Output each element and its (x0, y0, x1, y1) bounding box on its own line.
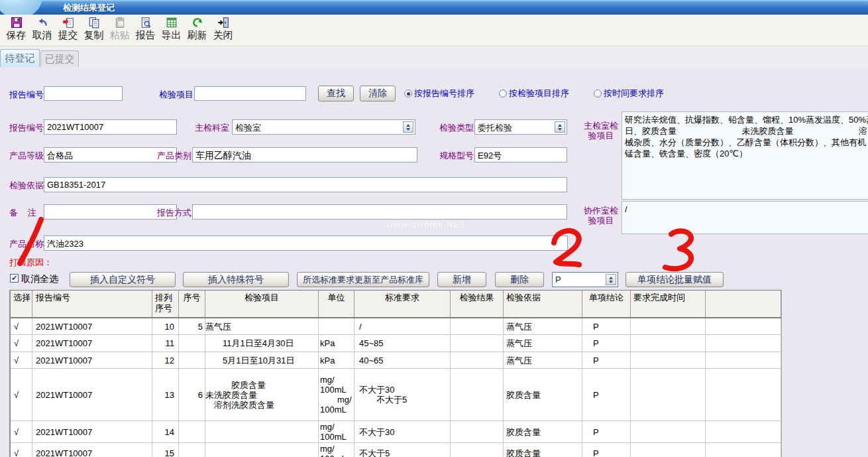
table-cell[interactable]: P (582, 335, 631, 352)
table-cell[interactable]: 45~85 (354, 335, 451, 352)
table-cell[interactable] (451, 369, 504, 421)
column-header[interactable] (706, 291, 781, 317)
table-cell[interactable]: kPa (319, 352, 354, 368)
table-row[interactable]: √2021WT1000711 11月1日至4月30日kPa45~85蒸气压P (11, 335, 781, 352)
batch-assign-button[interactable]: 单项结论批量赋值 (625, 272, 724, 287)
table-cell[interactable]: 蒸气压 (205, 318, 319, 334)
test-basis-input[interactable]: GB18351-2017 (44, 177, 567, 192)
table-cell[interactable]: mg/ 100mL (319, 443, 354, 457)
main-dept-combobox[interactable]: 检验室 (232, 119, 415, 135)
find-button[interactable]: 查找 (318, 86, 354, 101)
column-header[interactable]: 单项结论 (582, 291, 631, 317)
table-cell[interactable]: 40~65 (354, 352, 451, 368)
add-button[interactable]: 新增 (437, 272, 486, 287)
table-cell[interactable]: mg/ 100mL mg/ 100mL (319, 369, 354, 421)
table-cell[interactable]: 10 (152, 318, 179, 334)
table-cell[interactable] (631, 335, 706, 352)
table-cell[interactable]: 2021WT10007 (32, 335, 152, 352)
toolbar-button-save[interactable]: 保存 (3, 15, 29, 45)
table-cell[interactable] (205, 443, 319, 457)
tab-submitted[interactable]: 已提交 (40, 50, 79, 67)
toolbar-button-refresh[interactable]: 刷新 (184, 15, 210, 45)
table-cell[interactable]: 5月1日至10月31日 (205, 352, 319, 368)
table-cell[interactable]: kPa (319, 335, 354, 352)
insert-custom-symbol-button[interactable]: 插入自定义符号 (70, 272, 176, 287)
toolbar-button-submit[interactable]: 提交 (55, 15, 81, 45)
search-item-input[interactable] (194, 86, 306, 101)
column-header[interactable]: 检验项目 (205, 291, 319, 317)
column-header[interactable]: 排列 序号 (152, 291, 179, 317)
main-items-textarea[interactable]: 研究法辛烷值、抗爆指数、铅含量、馏程、10%蒸发温度、50%蒸 日、胶质含量 未… (622, 111, 868, 200)
table-cell[interactable]: 2021WT10007 (32, 352, 152, 368)
sort-by-item-radio[interactable]: 按检验项目排序 (499, 88, 569, 99)
table-cell[interactable] (319, 318, 354, 334)
sort-by-report-no-radio[interactable]: 按报告编号排序 (404, 88, 474, 99)
clear-button[interactable]: 清除 (360, 86, 396, 101)
test-type-combobox[interactable]: 委托检验 (474, 119, 567, 135)
column-header[interactable]: 标准要求 (354, 291, 451, 317)
column-header[interactable]: 选择 (11, 291, 32, 317)
table-cell[interactable]: 14 (152, 421, 179, 442)
conclusion-combobox[interactable]: P (552, 272, 618, 287)
spinner-icon[interactable] (403, 121, 413, 133)
column-header[interactable]: 报告编号 (32, 291, 152, 317)
table-cell[interactable]: mg/ 100mL (319, 421, 354, 442)
row-checkmark[interactable]: √ (11, 443, 32, 457)
table-cell[interactable] (179, 352, 205, 368)
table-cell[interactable]: 蒸气压 (504, 318, 582, 334)
table-cell[interactable]: 胶质含量 未洗胶质含量 溶剂洗胶质含量 (205, 369, 319, 421)
delete-button[interactable]: 删除 (495, 272, 544, 287)
spinner-icon[interactable] (606, 274, 616, 285)
table-cell[interactable] (706, 369, 781, 421)
table-cell[interactable] (179, 443, 205, 457)
table-cell[interactable]: 2021WT10007 (32, 421, 152, 442)
table-cell[interactable]: P (582, 369, 631, 421)
column-header[interactable]: 单位 (319, 291, 354, 317)
table-cell[interactable] (631, 421, 706, 442)
toolbar-button-close[interactable]: 关闭 (210, 15, 236, 45)
table-cell[interactable] (631, 352, 706, 368)
table-cell[interactable] (205, 421, 319, 442)
table-row[interactable]: √2021WT1000715mg/ 100mL不大于5胶质含量P (11, 443, 781, 457)
report-no-input[interactable]: 2021WT10007 (44, 119, 177, 135)
table-cell[interactable]: P (582, 421, 631, 442)
table-cell[interactable] (631, 318, 706, 334)
table-cell[interactable]: P (582, 352, 631, 368)
product-type-input[interactable]: 车用乙醇汽油 (192, 147, 417, 163)
search-report-no-input[interactable] (44, 86, 123, 101)
table-cell[interactable]: 2021WT10007 (32, 369, 152, 421)
table-cell[interactable]: 蒸气压 (504, 335, 582, 352)
table-row[interactable]: √2021WT10007136 胶质含量 未洗胶质含量 溶剂洗胶质含量mg/ 1… (11, 369, 781, 421)
table-row[interactable]: √2021WT1000712 5月1日至10月31日kPa40~65蒸气压P (11, 352, 781, 369)
column-header[interactable]: 检验依据 (504, 291, 582, 317)
product-name-input[interactable]: 汽油2323 (44, 235, 568, 251)
table-cell[interactable] (706, 318, 781, 334)
table-cell[interactable] (451, 352, 504, 368)
table-cell[interactable]: 6 (179, 369, 205, 421)
table-cell[interactable]: 不大于5 (354, 443, 451, 457)
column-header[interactable]: 要求完成时间 (631, 291, 706, 317)
table-cell[interactable]: P (582, 318, 631, 334)
spec-model-input[interactable]: E92号 (474, 147, 567, 163)
table-cell[interactable]: / (354, 318, 451, 334)
spinner-icon[interactable] (555, 121, 565, 133)
table-cell[interactable]: 11 (152, 335, 179, 352)
table-cell[interactable]: 11月1日至4月30日 (205, 335, 319, 352)
coop-items-textarea[interactable]: / (622, 201, 868, 234)
toolbar-button-copy[interactable]: 复制 (81, 15, 107, 45)
column-header[interactable]: 检验结果 (451, 291, 504, 317)
table-cell[interactable] (179, 421, 205, 442)
table-cell[interactable]: P (582, 443, 631, 457)
table-cell[interactable] (631, 443, 706, 457)
uncheck-all-checkbox[interactable]: ✔ (10, 274, 19, 283)
table-cell[interactable]: 2021WT10007 (32, 318, 152, 334)
table-cell[interactable]: 不大于30 不大于5 (354, 369, 451, 421)
table-cell[interactable]: 5 (179, 318, 205, 334)
tab-pending[interactable]: 待登记 (0, 49, 40, 67)
row-checkmark[interactable]: √ (11, 369, 32, 421)
table-cell[interactable] (451, 318, 504, 334)
table-cell[interactable]: 15 (152, 443, 179, 457)
table-cell[interactable]: 胶质含量 (504, 443, 582, 457)
report-method-input[interactable] (192, 204, 567, 220)
column-header[interactable]: 序号 (179, 291, 205, 317)
